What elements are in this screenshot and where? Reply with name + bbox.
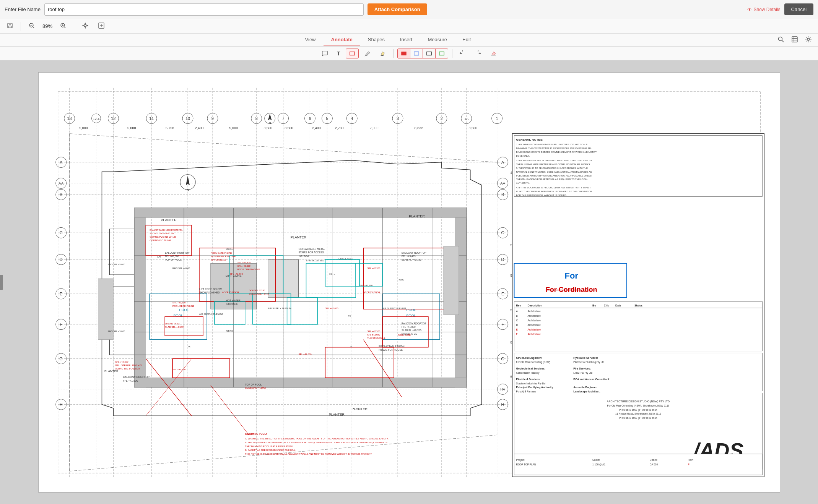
svg-text:POOL: POOL bbox=[179, 308, 189, 311]
svg-text:PLANTER: PLANTER bbox=[329, 413, 345, 416]
svg-line-22 bbox=[365, 55, 366, 56]
svg-text:D: D bbox=[516, 323, 518, 326]
fit-to-page-button[interactable] bbox=[95, 20, 108, 32]
divider bbox=[393, 49, 394, 58]
svg-text:2,400: 2,400 bbox=[312, 126, 320, 130]
svg-text:DIMENSIONS ON SITE BEFORE COMM: DIMENSIONS ON SITE BEFORE COMMENCEMENT O… bbox=[516, 151, 597, 153]
svg-text:BCA and Access Consultant:: BCA and Access Consultant: bbox=[573, 378, 610, 380]
svg-text:POOL DECK IN LINE: POOL DECK IN LINE bbox=[172, 305, 194, 307]
eraser-button[interactable] bbox=[487, 49, 500, 58]
zoom-in-icon bbox=[60, 23, 66, 30]
search-button[interactable] bbox=[776, 34, 786, 46]
svg-text:FFL +43,483: FFL +43,483 bbox=[402, 255, 416, 258]
svg-text:ROOF DRAIN ABOVE: ROOF DRAIN ABOVE bbox=[237, 268, 260, 271]
svg-text:POOL: POOL bbox=[398, 279, 404, 281]
pan-button[interactable] bbox=[79, 20, 92, 32]
svg-rect-27 bbox=[439, 52, 444, 55]
save-icon bbox=[7, 23, 13, 30]
svg-text:DA 500: DA 500 bbox=[649, 463, 658, 466]
text-button[interactable]: T bbox=[333, 49, 344, 58]
toolbar1: 89% bbox=[0, 19, 818, 34]
zoom-in-button[interactable] bbox=[57, 21, 69, 32]
svg-text:7: 7 bbox=[282, 116, 284, 120]
svg-text:TOP OF POOL: TOP OF POOL bbox=[165, 258, 182, 261]
svg-text:STAIRS FOR ACCESS: STAIRS FOR ACCESS bbox=[298, 251, 324, 254]
svg-text:E: E bbox=[501, 291, 504, 296]
svg-text:1. ALL DIMENSIONS ARE GIVEN IN: 1. ALL DIMENSIONS ARE GIVEN IN MILLIMETR… bbox=[516, 143, 587, 145]
pencil-button[interactable] bbox=[361, 49, 374, 58]
svg-text:SFL +42,300: SFL +42,300 bbox=[367, 267, 381, 269]
svg-text:1A: 1A bbox=[464, 117, 468, 120]
tab-edit[interactable]: Edit bbox=[455, 34, 478, 45]
undo-button[interactable] bbox=[456, 49, 469, 58]
svg-point-20 bbox=[807, 38, 810, 41]
tab-insert[interactable]: Insert bbox=[392, 34, 420, 45]
svg-text:A. WARNING: THE IMPACT OF THE : A. WARNING: THE IMPACT OF THE SWIMMING P… bbox=[245, 438, 388, 440]
settings-button[interactable] bbox=[803, 34, 813, 46]
svg-text:13: 13 bbox=[67, 116, 72, 120]
outline-dark-rect-button[interactable] bbox=[423, 49, 436, 58]
tab-measure[interactable]: Measure bbox=[420, 34, 455, 45]
svg-text:SWIMMING POOL:: SWIMMING POOL: bbox=[245, 433, 267, 435]
comment-button[interactable] bbox=[318, 49, 331, 58]
layers-button[interactable] bbox=[790, 34, 800, 46]
attach-comparison-button[interactable]: Attach Comparison bbox=[368, 3, 427, 15]
svg-text:PLANTER: PLANTER bbox=[161, 218, 177, 222]
divider bbox=[21, 22, 21, 31]
redo-button[interactable] bbox=[472, 49, 485, 58]
highlight-button[interactable] bbox=[376, 49, 389, 58]
svg-text:Description: Description bbox=[527, 304, 542, 307]
svg-text:DONE ONLY.: DONE ONLY. bbox=[516, 154, 530, 157]
zoom-out-button[interactable] bbox=[26, 21, 38, 32]
tab-shapes[interactable]: Shapes bbox=[360, 34, 392, 45]
main-area[interactable]: 13 12 12.4 11 10 9 8 bbox=[0, 60, 818, 504]
zoom-level: 89% bbox=[41, 23, 54, 29]
svg-text:AIR SUPPLY PLENUM: AIR SUPPLY PLENUM bbox=[382, 307, 406, 309]
svg-text:Architecture: Architecture bbox=[527, 319, 541, 321]
svg-text:PUBLISHED AUTHORITY OR ORGANIS: PUBLISHED AUTHORITY OR ORGANISATION, AS … bbox=[516, 174, 592, 177]
file-name-label: Enter File Name bbox=[5, 6, 41, 12]
svg-text:12: 12 bbox=[111, 116, 115, 120]
svg-text:C: C bbox=[516, 319, 518, 321]
svg-text:C: C bbox=[59, 230, 62, 235]
cancel-button[interactable]: Cancel bbox=[784, 3, 813, 15]
svg-text:1:100 @ A1: 1:100 @ A1 bbox=[592, 463, 605, 466]
svg-text:THE BUILDING MANUFACTURER AND : THE BUILDING MANUFACTURER AND COMPLIED W… bbox=[516, 163, 590, 165]
svg-text:THE SWIMMING POOL IS AT A REGU: THE SWIMMING POOL IS AT A REGULATION. bbox=[245, 445, 293, 447]
svg-rect-26 bbox=[427, 52, 431, 55]
outline-blue-rect-button[interactable] bbox=[410, 49, 423, 58]
svg-text:POOL GATE: POOL GATE bbox=[398, 334, 411, 336]
svg-text:B. SAFETY AS PRESCRIBED UNDER : B. SAFETY AS PRESCRIBED UNDER THE BCA. bbox=[245, 449, 295, 451]
svg-text:7,000: 7,000 bbox=[369, 126, 378, 130]
svg-text:9: 9 bbox=[211, 116, 213, 120]
svg-text:E: E bbox=[59, 291, 62, 296]
outline-green-rect-button[interactable] bbox=[436, 49, 448, 58]
svg-line-5 bbox=[33, 27, 34, 28]
svg-text:DCSL: DCSL bbox=[226, 248, 233, 250]
divider bbox=[452, 49, 452, 58]
tab-view[interactable]: View bbox=[298, 34, 324, 45]
svg-rect-21 bbox=[350, 52, 355, 55]
svg-text:LMWTFD Pty Ltd: LMWTFD Pty Ltd bbox=[573, 371, 592, 374]
svg-rect-325 bbox=[514, 353, 762, 391]
rectangle-button[interactable] bbox=[346, 49, 359, 58]
svg-text:A: A bbox=[516, 310, 518, 312]
save-button[interactable] bbox=[4, 21, 16, 32]
blueprint-canvas[interactable]: 13 12 12.4 11 10 9 8 bbox=[38, 72, 780, 493]
tab-annotate[interactable]: Annotate bbox=[324, 34, 360, 45]
file-name-input[interactable] bbox=[44, 3, 364, 16]
svg-text:AUTHORITY.: AUTHORITY. bbox=[516, 182, 530, 184]
svg-text:AIR SUPPLY PLENUM: AIR SUPPLY PLENUM bbox=[199, 313, 223, 315]
svg-text:THE STUD WALL: THE STUD WALL bbox=[367, 337, 385, 339]
filled-red-rect-button[interactable] bbox=[398, 49, 410, 58]
svg-text:G: G bbox=[501, 356, 504, 361]
toolbar3: T bbox=[0, 47, 818, 60]
show-details-button[interactable]: 👁 Show Details bbox=[747, 7, 781, 12]
svg-text:For Cordination: For Cordination bbox=[545, 285, 597, 293]
svg-text:Architecture: Architecture bbox=[527, 328, 541, 331]
svg-text:CONDENSER: CONDENSER bbox=[338, 258, 353, 260]
svg-text:SFL +42,500: SFL +42,500 bbox=[229, 273, 243, 275]
svg-text:WATER BELLY: WATER BELLY bbox=[210, 259, 226, 261]
svg-text:Chk: Chk bbox=[604, 304, 609, 306]
svg-text:TOP OF POOL: TOP OF POOL bbox=[245, 383, 262, 386]
